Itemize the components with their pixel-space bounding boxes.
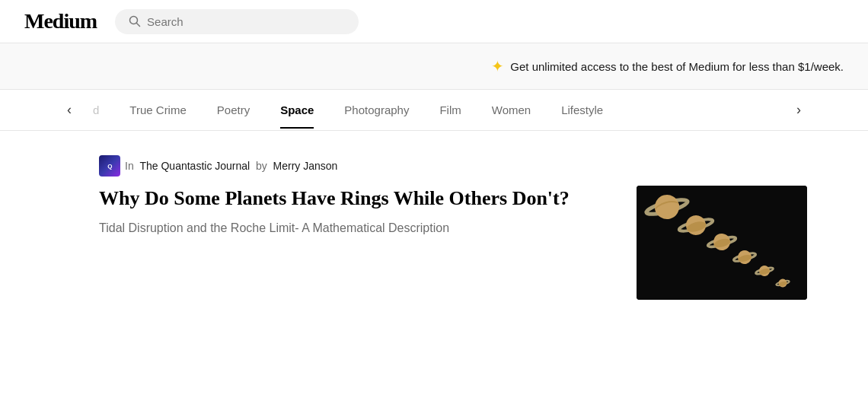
nav-item-poetry[interactable]: Poetry	[202, 91, 265, 129]
search-icon	[129, 15, 141, 27]
nav-item-lifestyle[interactable]: Lifestyle	[546, 91, 618, 129]
promo-banner: ✦ Get unlimited access to the best of Me…	[0, 43, 868, 90]
by-label: by	[256, 160, 267, 172]
nav-right-arrow[interactable]: ›	[790, 90, 807, 130]
header: Medium Search	[0, 0, 868, 43]
nav-item-true-crime[interactable]: True Crime	[114, 91, 201, 129]
search-placeholder: Search	[147, 15, 183, 28]
banner-text: Get unlimited access to the best of Medi…	[510, 60, 844, 73]
search-bar[interactable]: Search	[115, 9, 359, 34]
author-name[interactable]: Merry Janson	[273, 160, 338, 172]
avatar: Q	[99, 155, 120, 177]
star-icon: ✦	[491, 57, 504, 75]
nav-item-photography[interactable]: Photography	[329, 91, 424, 129]
article-meta: Q In The Quantastic Journal by Merry Jan…	[99, 155, 807, 177]
category-nav: ‹ d True Crime Poetry Space Photography …	[0, 90, 868, 131]
site-logo[interactable]: Medium	[24, 9, 97, 33]
in-label: In	[125, 160, 134, 172]
article-section: Q In The Quantastic Journal by Merry Jan…	[0, 131, 868, 324]
svg-line-1	[137, 24, 140, 27]
article-text: Why Do Some Planets Have Rings While Oth…	[99, 186, 606, 237]
article-image[interactable]	[637, 186, 807, 300]
article-subtitle: Tidal Disruption and the Roche Limit- A …	[99, 219, 606, 237]
article-title[interactable]: Why Do Some Planets Have Rings While Oth…	[99, 186, 606, 212]
publication-name[interactable]: The Quantastic Journal	[139, 160, 250, 172]
nav-items: d True Crime Poetry Space Photography Fi…	[78, 91, 790, 129]
article-content: Why Do Some Planets Have Rings While Oth…	[99, 186, 807, 300]
nav-item-film[interactable]: Film	[424, 91, 476, 129]
article-meta-text: In The Quantastic Journal by Merry Janso…	[125, 160, 337, 172]
nav-item-partial[interactable]: d	[78, 91, 114, 129]
nav-item-space[interactable]: Space	[265, 91, 329, 129]
nav-left-arrow[interactable]: ‹	[61, 90, 78, 130]
nav-item-women[interactable]: Women	[477, 91, 546, 129]
